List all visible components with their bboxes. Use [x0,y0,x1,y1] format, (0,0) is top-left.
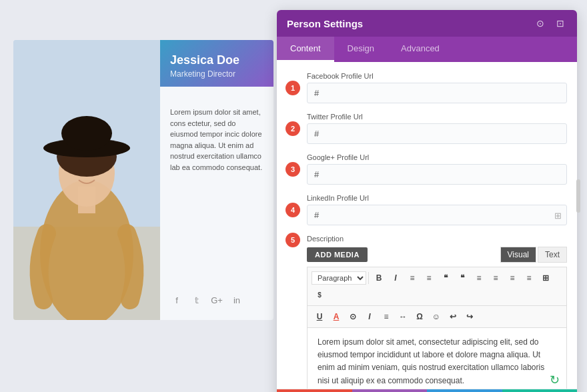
tab-content[interactable]: Content [277,37,334,62]
redo-button[interactable]: ↪ [462,309,478,325]
description-label: Description [307,235,567,243]
person-photo [13,40,160,320]
settings-icon[interactable]: ⊙ [534,17,547,30]
linkedin-label: LinkedIn Profile Url [307,194,567,202]
cancel-button[interactable]: ✕ [277,389,352,392]
panel-tabs: Content Design Advanced [277,37,577,62]
twitter-icon[interactable]: 𝕥 [190,293,203,307]
badge-1: 1 [285,81,300,95]
special-char-button[interactable]: $ [312,287,328,303]
unordered-list-button[interactable]: ≡ [404,270,420,286]
omega-button[interactable]: Ω [412,309,428,325]
linkedin-field-row: 4 LinkedIn Profile Url ⊞ [307,194,567,225]
align-center-button[interactable]: ≡ [488,270,504,286]
description-section: 5 Description ADD MEDIA Visual Text Para… [307,235,567,389]
emoji-button[interactable]: ☺ [428,309,444,325]
linkedin-input-icon: ⊞ [554,210,562,220]
view-toggle: Visual Text [500,247,567,263]
facebook-input[interactable] [307,83,567,103]
scrollbar-indicator [576,179,580,213]
redo-footer-button[interactable]: ↻ [427,389,502,392]
facebook-label: Facebook Profile Url [307,72,567,80]
blockquote2-button[interactable]: ❝ [454,270,470,286]
social-fields: 1 Facebook Profile Url 2 Twitter Profile… [307,72,567,225]
badge-4: 4 [285,203,300,217]
person-name-block: Jessica Doe Marketing Director [160,40,273,87]
badge-5: 5 [285,233,300,247]
googleplus-label: Google+ Profile Url [307,153,567,161]
reset-button[interactable]: ↺ [352,389,428,392]
table-button[interactable]: ⊞ [538,270,554,286]
save-button[interactable]: ✓ [502,389,578,392]
color-button[interactable]: A [328,309,344,325]
editor-toolbar-top: ADD MEDIA Visual Text [307,247,567,263]
paragraph-select[interactable]: Paragraph Heading 1 Heading 2 [312,271,366,285]
blockquote-button[interactable]: ❝ [438,270,454,286]
person-job-title: Marketing Director [170,69,263,79]
badge-2: 2 [285,121,300,136]
panel-title: Person Settings [287,18,363,29]
editor-toolbar-row2: U A ⊙ I ≡ ↔ Ω ☺ ↩ ↪ [307,305,567,327]
badge-3: 3 [285,162,300,177]
linkedin-input[interactable] [307,205,567,225]
tab-design[interactable]: Design [334,37,388,62]
person-social-links: f 𝕥 G+ in [170,293,243,307]
ordered-list-button[interactable]: ≡ [421,270,437,286]
googleplus-field-row: 3 Google+ Profile Url [307,153,567,185]
panel-content: 1 Facebook Profile Url 2 Twitter Profile… [277,62,577,389]
person-name: Jessica Doe [170,53,263,67]
text-view-button[interactable]: Text [538,247,567,263]
preview-card: Jessica Doe Marketing Director Lorem ips… [13,40,273,320]
facebook-icon[interactable]: f [170,293,183,307]
expand-icon[interactable]: ⊡ [554,17,567,30]
bg-color-button[interactable]: ⊙ [345,309,361,325]
twitter-field-row: 2 Twitter Profile Url [307,113,567,144]
bold-button[interactable]: B [371,270,387,286]
tab-advanced[interactable]: Advanced [388,37,453,62]
panel-header: Person Settings ⊙ ⊡ [277,10,577,37]
googleplus-icon[interactable]: G+ [210,293,223,307]
outdent-button[interactable]: ↔ [395,309,411,325]
svg-point-7 [61,116,112,151]
undo-button[interactable]: ↩ [445,309,461,325]
separator-1 [368,272,369,284]
visual-view-button[interactable]: Visual [500,247,536,263]
justify-button[interactable]: ≡ [521,270,537,286]
refresh-icon[interactable]: ↻ [550,371,560,389]
person-bio-text: Lorem ipsum dolor sit amet, cons ectetur… [160,100,273,179]
panel-footer: ✕ ↺ ↻ ✓ [277,389,577,392]
facebook-field-row: 1 Facebook Profile Url [307,72,567,103]
panel-header-actions: ⊙ ⊡ [534,17,567,30]
italic2-button[interactable]: I [362,309,378,325]
align-left-button[interactable]: ≡ [471,270,487,286]
editor-content-area[interactable]: Lorem ipsum dolor sit amet, consectetur … [307,327,567,389]
add-media-button[interactable]: ADD MEDIA [307,247,368,262]
linkedin-icon[interactable]: in [230,293,243,307]
editor-toolbar-row1: Paragraph Heading 1 Heading 2 B I ≡ ≡ ❝ … [307,267,567,305]
align-right-button[interactable]: ≡ [504,270,520,286]
settings-panel: Person Settings ⊙ ⊡ Content Design Advan… [277,10,577,392]
editor-text: Lorem ipsum dolor sit amet, consectetur … [318,337,544,385]
indent-button[interactable]: ≡ [378,309,394,325]
googleplus-input[interactable] [307,164,567,185]
underline-button[interactable]: U [312,309,328,325]
person-info-overlay: Jessica Doe Marketing Director Lorem ips… [160,40,273,320]
twitter-label: Twitter Profile Url [307,113,567,121]
italic-button[interactable]: I [388,270,404,286]
twitter-input[interactable] [307,123,567,144]
